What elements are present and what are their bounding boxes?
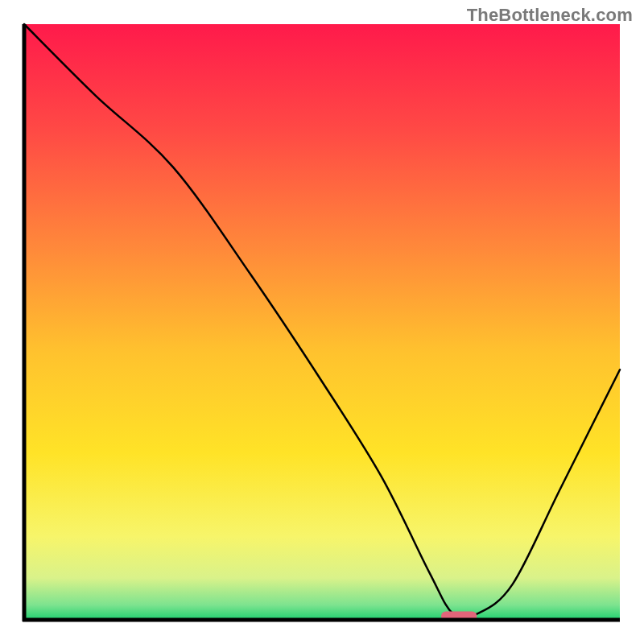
bottleneck-chart [0,0,644,644]
chart-container: TheBottleneck.com [0,0,644,644]
plot-area [24,24,620,621]
watermark-text: TheBottleneck.com [467,5,633,26]
plot-background [24,24,620,620]
